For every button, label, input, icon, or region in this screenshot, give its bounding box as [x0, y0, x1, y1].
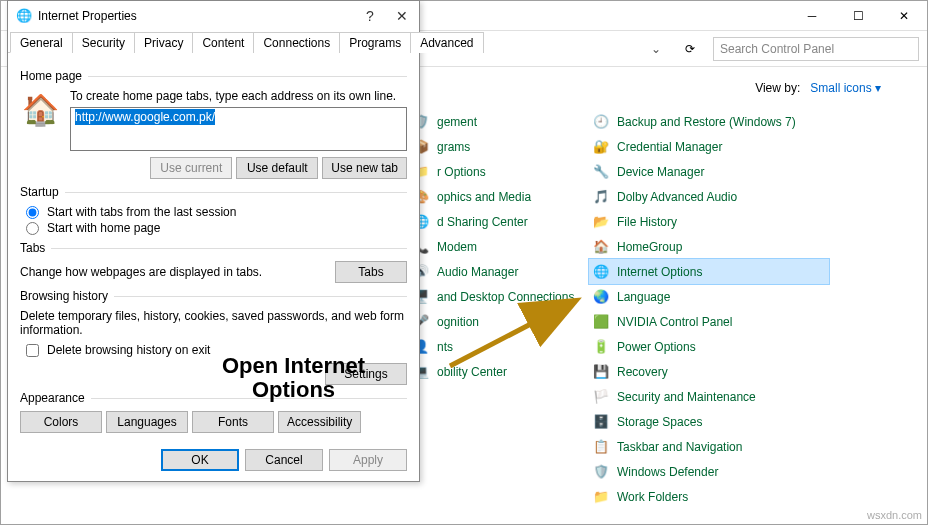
cp-item[interactable]: 📋Taskbar and Navigation [589, 434, 829, 459]
cp-item[interactable]: 🌐d Sharing Center [409, 209, 589, 234]
homepage-url-input[interactable]: http://www.google.com.pk/ [70, 107, 407, 151]
cp-item-label: nts [437, 340, 453, 354]
cp-item[interactable]: 🏠HomeGroup [589, 234, 829, 259]
tab-security[interactable]: Security [72, 32, 135, 53]
view-by-value[interactable]: Small icons ▾ [810, 81, 881, 95]
cp-item[interactable]: 💻obility Center [409, 359, 589, 384]
cp-item[interactable]: 🔧Device Manager [589, 159, 829, 184]
maximize-button[interactable]: ☐ [835, 1, 881, 30]
cp-item-icon: 🎵 [593, 189, 609, 205]
accessibility-button[interactable]: Accessibility [278, 411, 361, 433]
cp-item-label: HomeGroup [617, 240, 682, 254]
delete-on-exit-row[interactable]: Delete browsing history on exit [20, 343, 407, 357]
cp-item-label: NVIDIA Control Panel [617, 315, 732, 329]
cp-item-label: File History [617, 215, 677, 229]
use-current-button[interactable]: Use current [150, 157, 232, 179]
cp-column-2: 🕘Backup and Restore (Windows 7)🔐Credenti… [589, 109, 829, 509]
cp-item[interactable]: 🎤ognition [409, 309, 589, 334]
cp-item[interactable]: 🌐Internet Options [589, 259, 829, 284]
cp-item[interactable]: 👤nts [409, 334, 589, 359]
fonts-button[interactable]: Fonts [192, 411, 274, 433]
colors-button[interactable]: Colors [20, 411, 102, 433]
cp-item-icon: 📁 [593, 489, 609, 505]
cp-item[interactable]: 🕘Backup and Restore (Windows 7) [589, 109, 829, 134]
radio-home-page[interactable] [26, 222, 39, 235]
group-tabs: Tabs [20, 241, 51, 255]
cp-item[interactable]: 💾Recovery [589, 359, 829, 384]
cp-column-1: 🛡️gement📦grams📁r Options🎨ophics and Medi… [409, 109, 589, 509]
use-new-tab-button[interactable]: Use new tab [322, 157, 407, 179]
cp-item-icon: 🟩 [593, 314, 609, 330]
cp-item-label: Security and Maintenance [617, 390, 756, 404]
cp-item[interactable]: 🖥️and Desktop Connections [409, 284, 589, 309]
cp-item[interactable]: 📦grams [409, 134, 589, 159]
cp-item-icon: 🔐 [593, 139, 609, 155]
tabs-button[interactable]: Tabs [335, 261, 407, 283]
cp-item[interactable]: 📞Modem [409, 234, 589, 259]
cp-item[interactable]: 🛡️gement [409, 109, 589, 134]
cp-item[interactable]: 🏳️Security and Maintenance [589, 384, 829, 409]
group-history: Browsing history [20, 289, 114, 303]
cp-item-label: and Desktop Connections [437, 290, 574, 304]
tab-connections[interactable]: Connections [253, 32, 340, 53]
cp-item-label: Power Options [617, 340, 696, 354]
cp-item-label: Work Folders [617, 490, 688, 504]
cp-item-label: obility Center [437, 365, 507, 379]
cp-item[interactable]: 🗄️Storage Spaces [589, 409, 829, 434]
cp-item-icon: 🗄️ [593, 414, 609, 430]
home-icon: 🏠 [20, 89, 60, 129]
history-settings-button[interactable]: Settings [325, 363, 407, 385]
cp-item[interactable]: 📂File History [589, 209, 829, 234]
dialog-icon: 🌐 [16, 8, 32, 24]
watermark: wsxdn.com [867, 509, 922, 521]
cp-item-label: gement [437, 115, 477, 129]
tab-content[interactable]: Content [192, 32, 254, 53]
cp-item-icon: 🏠 [593, 239, 609, 255]
cp-item-label: Internet Options [617, 265, 702, 279]
cp-item-label: Backup and Restore (Windows 7) [617, 115, 796, 129]
cp-item[interactable]: 📁r Options [409, 159, 589, 184]
help-button[interactable]: ? [361, 8, 379, 24]
history-desc: Delete temporary files, history, cookies… [20, 309, 407, 337]
cp-item-icon: 📂 [593, 214, 609, 230]
cp-item[interactable]: 🔊Audio Manager [409, 259, 589, 284]
homepage-desc: To create home page tabs, type each addr… [70, 89, 407, 103]
cp-item[interactable]: 🎨ophics and Media [409, 184, 589, 209]
tab-general[interactable]: General [10, 32, 73, 53]
cp-item-icon: 🌐 [593, 264, 609, 280]
cp-item[interactable]: 🎵Dolby Advanced Audio [589, 184, 829, 209]
minimize-button[interactable]: ─ [789, 1, 835, 30]
cp-item[interactable]: 🟩NVIDIA Control Panel [589, 309, 829, 334]
languages-button[interactable]: Languages [106, 411, 188, 433]
cp-item-label: Modem [437, 240, 477, 254]
cp-item-label: Recovery [617, 365, 668, 379]
address-dropdown-icon[interactable]: ⌄ [651, 42, 661, 56]
tabs-desc: Change how webpages are displayed in tab… [20, 265, 323, 279]
cp-item[interactable]: 🛡️Windows Defender [589, 459, 829, 484]
radio-last-session[interactable] [26, 206, 39, 219]
search-input[interactable]: Search Control Panel [713, 37, 919, 61]
delete-on-exit-checkbox[interactable] [26, 344, 39, 357]
cp-item[interactable]: 🔐Credential Manager [589, 134, 829, 159]
internet-properties-dialog: 🌐 Internet Properties ? ✕ GeneralSecurit… [7, 0, 420, 482]
close-button[interactable]: ✕ [881, 1, 927, 30]
cp-item[interactable]: 🔋Power Options [589, 334, 829, 359]
startup-option-last-session[interactable]: Start with tabs from the last session [20, 205, 407, 219]
cp-item-icon: 🕘 [593, 114, 609, 130]
dialog-titlebar: 🌐 Internet Properties ? ✕ [8, 1, 419, 31]
group-homepage: Home page [20, 69, 88, 83]
cp-item-icon: 🔧 [593, 164, 609, 180]
cp-item-label: grams [437, 140, 470, 154]
ok-button[interactable]: OK [161, 449, 239, 471]
cp-item[interactable]: 📁Work Folders [589, 484, 829, 509]
cancel-button[interactable]: Cancel [245, 449, 323, 471]
refresh-button[interactable]: ⟳ [679, 38, 701, 60]
use-default-button[interactable]: Use default [236, 157, 318, 179]
tab-programs[interactable]: Programs [339, 32, 411, 53]
tab-privacy[interactable]: Privacy [134, 32, 193, 53]
apply-button[interactable]: Apply [329, 449, 407, 471]
startup-option-home-page[interactable]: Start with home page [20, 221, 407, 235]
tab-advanced[interactable]: Advanced [410, 32, 483, 53]
dialog-close-button[interactable]: ✕ [393, 8, 411, 24]
cp-item[interactable]: 🌏Language [589, 284, 829, 309]
